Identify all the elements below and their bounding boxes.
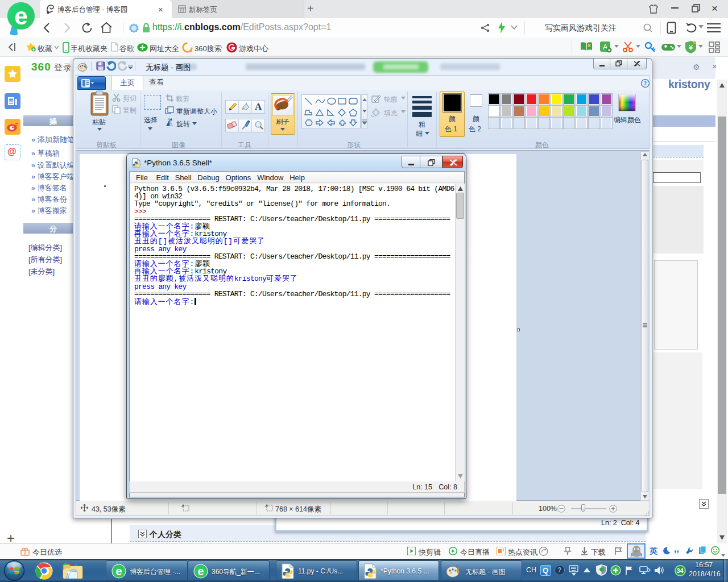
svg-text:e: e xyxy=(197,565,204,577)
svg-text:?: ? xyxy=(644,80,647,86)
svg-text:¥: ¥ xyxy=(688,44,693,52)
svg-text:e: e xyxy=(115,565,122,577)
svg-text:e: e xyxy=(14,3,27,30)
